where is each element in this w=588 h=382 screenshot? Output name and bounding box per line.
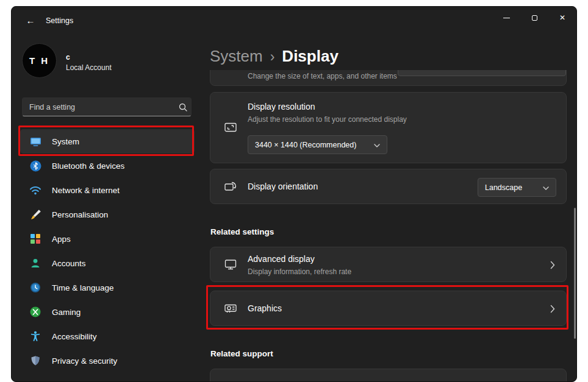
sidebar-item-label: Bluetooth & devices bbox=[52, 161, 124, 171]
sidebar-nav: System Bluetooth & devices bbox=[20, 129, 195, 373]
settings-window: ← Settings ✕ T H c Local Account bbox=[11, 6, 577, 382]
maximize-button[interactable] bbox=[520, 7, 548, 29]
settings-scroll-area: Change the size of text, apps, and other… bbox=[210, 70, 567, 381]
clock-icon bbox=[29, 281, 41, 294]
related-support-card[interactable] bbox=[210, 369, 567, 381]
person-icon bbox=[29, 257, 41, 269]
back-button[interactable]: ← bbox=[20, 13, 41, 29]
chevron-separator-icon: › bbox=[270, 49, 275, 65]
gpu-icon bbox=[224, 302, 237, 317]
advanced-display-subtitle: Display information, refresh rate bbox=[248, 267, 351, 276]
sidebar-item-network-internet[interactable]: Network & internet bbox=[20, 178, 195, 202]
resolution-dropdown[interactable]: 3440 × 1440 (Recommended) bbox=[248, 135, 387, 154]
graphics-row[interactable]: Graphics bbox=[210, 291, 567, 326]
resolution-subtitle: Adjust the resolution to fit your connec… bbox=[248, 115, 407, 124]
resolution-icon bbox=[224, 121, 237, 136]
search-icon[interactable] bbox=[175, 103, 191, 111]
user-name: c bbox=[66, 53, 70, 62]
sidebar-item-bluetooth-devices[interactable]: Bluetooth & devices bbox=[20, 154, 195, 178]
breadcrumb: System › Display bbox=[210, 47, 339, 66]
display-resolution-card: Display resolution Adjust the resolution… bbox=[210, 92, 567, 163]
close-button[interactable]: ✕ bbox=[548, 7, 576, 29]
advanced-display-row[interactable]: Advanced display Display information, re… bbox=[210, 247, 567, 282]
sidebar-item-label: Accounts bbox=[52, 259, 86, 268]
resolution-dropdown-value: 3440 × 1440 (Recommended) bbox=[255, 141, 356, 149]
sidebar-item-label: Gaming bbox=[52, 308, 81, 317]
minimize-button[interactable] bbox=[492, 7, 520, 29]
sidebar-item-label: Privacy & security bbox=[52, 356, 117, 366]
titlebar: ← Settings ✕ bbox=[12, 7, 576, 36]
orientation-dropdown[interactable]: Landscape bbox=[478, 178, 556, 197]
wifi-icon bbox=[29, 184, 41, 196]
sidebar-item-time-language[interactable]: Time & language bbox=[20, 275, 195, 300]
orientation-title: Display orientation bbox=[248, 182, 318, 191]
graphics-title: Graphics bbox=[248, 303, 282, 313]
sidebar-item-apps[interactable]: Apps bbox=[20, 227, 195, 251]
sidebar-item-label: Accessibility bbox=[52, 332, 97, 341]
breadcrumb-parent[interactable]: System bbox=[210, 47, 263, 66]
vertical-scrollbar[interactable] bbox=[574, 208, 576, 339]
maximize-icon bbox=[532, 15, 537, 21]
orientation-icon bbox=[224, 180, 237, 196]
sidebar-item-label: Network & internet bbox=[52, 186, 120, 195]
user-account-type: Local Account bbox=[66, 63, 112, 72]
search-box bbox=[22, 97, 192, 116]
sidebar-item-gaming[interactable]: Gaming bbox=[20, 300, 195, 324]
sidebar-item-label: Time & language bbox=[52, 283, 114, 292]
apps-grid-icon bbox=[29, 233, 41, 245]
minimize-icon bbox=[503, 18, 510, 18]
avatar[interactable]: T H bbox=[22, 43, 57, 78]
sidebar-item-label: Personalisation bbox=[52, 210, 108, 219]
related-support-header: Related support bbox=[210, 349, 273, 358]
main-content: System › Display Change the size of text… bbox=[210, 36, 576, 381]
window-controls: ✕ bbox=[492, 7, 576, 29]
related-settings-header: Related settings bbox=[210, 227, 274, 236]
scale-subtitle: Change the size of text, apps, and other… bbox=[248, 72, 397, 80]
paintbrush-icon bbox=[29, 208, 41, 221]
sidebar-item-label: System bbox=[52, 137, 79, 146]
chevron-down-icon bbox=[543, 183, 549, 192]
scale-card: Change the size of text, apps, and other… bbox=[210, 70, 567, 86]
chevron-down-icon bbox=[374, 141, 380, 149]
xbox-icon bbox=[29, 306, 41, 318]
shield-icon bbox=[29, 355, 41, 367]
search-input[interactable] bbox=[23, 103, 175, 111]
page-title: Display bbox=[282, 47, 339, 66]
resolution-title: Display resolution bbox=[248, 102, 315, 111]
display-orientation-card: Display orientation Landscape bbox=[210, 169, 567, 204]
scale-dropdown[interactable] bbox=[398, 70, 566, 76]
monitor-icon bbox=[224, 258, 237, 274]
advanced-display-title: Advanced display bbox=[248, 254, 315, 264]
bluetooth-icon bbox=[29, 160, 41, 172]
sidebar-item-label: Apps bbox=[52, 235, 71, 244]
chevron-right-icon bbox=[550, 261, 555, 272]
sidebar-item-personalisation[interactable]: Personalisation bbox=[20, 202, 195, 227]
sidebar: T H c Local Account System bbox=[12, 36, 210, 381]
sidebar-item-privacy-security[interactable]: Privacy & security bbox=[20, 348, 195, 373]
sidebar-item-accounts[interactable]: Accounts bbox=[20, 251, 195, 275]
chevron-right-icon bbox=[550, 305, 555, 316]
orientation-dropdown-value: Landscape bbox=[485, 183, 522, 192]
system-icon bbox=[29, 135, 41, 147]
accessibility-person-icon bbox=[29, 330, 41, 342]
app-title: Settings bbox=[46, 16, 73, 25]
sidebar-item-accessibility[interactable]: Accessibility bbox=[20, 324, 195, 348]
sidebar-item-system[interactable]: System bbox=[20, 129, 195, 154]
close-icon: ✕ bbox=[559, 14, 565, 21]
